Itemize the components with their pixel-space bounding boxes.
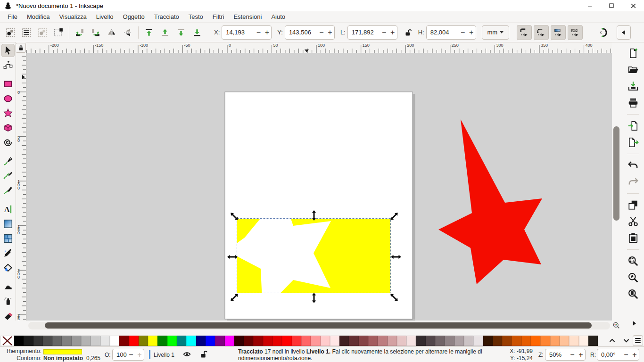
scale-pattern-button[interactable] [568, 25, 583, 40]
palette-swatch-ffa366[interactable] [550, 336, 560, 346]
zoom-drawing-button[interactable] [626, 271, 640, 285]
x-increment-button[interactable]: + [263, 28, 271, 37]
new-document-button[interactable] [626, 46, 640, 60]
palette-swatch-660000[interactable] [244, 336, 253, 346]
tool-rectangle[interactable] [1, 77, 15, 90]
menu-visualizza[interactable]: Visualizza [54, 11, 91, 23]
x-input[interactable] [222, 29, 254, 36]
palette-swatch-ffe0cc[interactable] [569, 336, 578, 346]
lock-ratio-toggle[interactable] [402, 25, 414, 40]
palette-swatch-e60000[interactable] [272, 336, 282, 346]
zoom-selection-button[interactable] [626, 254, 640, 268]
select-all-button[interactable] [3, 25, 18, 40]
palette-swatch-cc0000[interactable] [263, 336, 272, 346]
duplicate-button[interactable] [626, 198, 640, 212]
color-management-toggle[interactable] [611, 321, 622, 330]
palette-swatch-b3b3b3[interactable] [81, 336, 91, 346]
menu-livello[interactable]: Livello [91, 11, 118, 23]
lower-to-bottom-button[interactable] [190, 25, 205, 40]
palette-swatch-00ff00[interactable] [167, 336, 177, 346]
menu-filtri[interactable]: Filtri [208, 11, 229, 23]
palette-swatch-d3a1a2[interactable] [388, 336, 397, 346]
palette-swatch-f5e3e3[interactable] [406, 336, 416, 346]
palette-swatch-333333[interactable] [33, 336, 43, 346]
deselect-button[interactable] [35, 25, 50, 40]
height-increment-button[interactable]: + [467, 28, 476, 37]
palette-swatch-ff6666[interactable] [301, 336, 311, 346]
zoom-input[interactable] [545, 351, 568, 358]
zoom-decrement-button[interactable]: − [568, 351, 577, 359]
menu-estensioni[interactable]: Estensioni [229, 11, 266, 23]
palette-swatch-ada1a4[interactable] [454, 336, 464, 346]
stroke-value[interactable]: Non impostato [43, 355, 83, 362]
palette-swatch-ff3333[interactable] [292, 336, 301, 346]
palette-swatch-ffe6e6[interactable] [330, 336, 339, 346]
palette-swatch-00ffff[interactable] [186, 336, 196, 346]
snapping-toggle[interactable] [595, 25, 610, 40]
zoom-page-button[interactable] [626, 287, 640, 301]
tool-gradient[interactable] [1, 217, 15, 230]
tool-tweak[interactable] [1, 280, 15, 293]
flip-vertical-button[interactable] [120, 25, 135, 40]
import-document-button[interactable] [626, 119, 640, 133]
stroke-width-value[interactable]: 0,265 [86, 355, 100, 362]
tool-node-editor[interactable] [1, 58, 15, 72]
palette-swatch-990000[interactable] [253, 336, 263, 346]
tool-calligraphy[interactable] [1, 184, 15, 197]
palette-swatch-999999[interactable] [72, 336, 81, 346]
opacity-decrement-button[interactable]: − [127, 351, 135, 359]
rotate-cw-button[interactable] [88, 25, 103, 40]
horizontal-ruler[interactable]: -200-150-100-50050100150200250300350400 [26, 42, 612, 53]
tool-pencil[interactable] [1, 169, 15, 182]
palette-swatch-8f8285[interactable] [445, 336, 454, 346]
palette-swatch-e8e2e4[interactable] [473, 336, 483, 346]
close-button[interactable] [622, 0, 644, 11]
palette-swatch-666666[interactable] [52, 336, 62, 346]
rotation-input[interactable] [597, 351, 622, 358]
opacity-input[interactable] [113, 351, 127, 358]
ruler-lock-button[interactable] [16, 43, 26, 53]
palette-swatch-993d00[interactable] [502, 336, 512, 346]
palette-swatch-330000[interactable] [234, 336, 244, 346]
palette-swatch-e65c00[interactable] [521, 336, 531, 346]
palette-swatch-808080[interactable] [62, 336, 71, 346]
export-document-button[interactable] [626, 135, 640, 149]
open-document-button[interactable] [626, 63, 640, 77]
width-decrement-button[interactable]: − [380, 28, 388, 37]
palette-swatch-26211c[interactable] [588, 336, 598, 346]
menu-modifica[interactable]: Modifica [22, 11, 54, 23]
palette-swatch-ffff00[interactable] [148, 336, 157, 346]
palette-swatch-e6c5c5[interactable] [397, 336, 406, 346]
opacity-increment-button[interactable]: + [135, 351, 144, 359]
cut-button[interactable] [626, 214, 640, 229]
snap-bar-collapse-button[interactable] [617, 25, 631, 40]
palette-swatch-cccccc[interactable] [91, 336, 100, 346]
canvas[interactable] [26, 53, 612, 321]
palette-scroll-up-button[interactable] [605, 335, 619, 346]
palette-swatch-632f32[interactable] [349, 336, 358, 346]
palette-swatch-332b2e[interactable] [416, 336, 425, 346]
palette-swatch-ffcccc[interactable] [321, 336, 330, 346]
select-all-layers-button[interactable] [19, 25, 34, 40]
vertical-scrollbar[interactable] [613, 126, 619, 221]
rotation-increment-button[interactable]: + [630, 351, 639, 359]
scale-gradient-button[interactable] [551, 25, 566, 40]
palette-swatch-800080[interactable] [215, 336, 224, 346]
rotate-ccw-button[interactable] [72, 25, 87, 40]
selection-box-button[interactable] [51, 25, 66, 40]
tool-paint-bucket[interactable] [1, 261, 15, 274]
palette-swatch-716467[interactable] [435, 336, 445, 346]
palette-swatch-864446[interactable] [359, 336, 368, 346]
palette-swatch-ff6600[interactable] [531, 336, 540, 346]
tool-text[interactable]: A [1, 203, 15, 216]
save-document-button[interactable] [626, 79, 640, 93]
tool-star[interactable] [1, 107, 15, 120]
palette-swatch-bd7d7f[interactable] [378, 336, 387, 346]
palette-swatch-ff00ff[interactable] [225, 336, 234, 346]
tool-mesh-gradient[interactable] [1, 232, 15, 245]
palette-swatch-808000[interactable] [139, 336, 148, 346]
red-star-shape[interactable] [438, 119, 542, 284]
layer-lock-toggle[interactable] [200, 350, 208, 359]
menu-file[interactable]: File [3, 11, 22, 23]
height-decrement-button[interactable]: − [459, 28, 467, 37]
